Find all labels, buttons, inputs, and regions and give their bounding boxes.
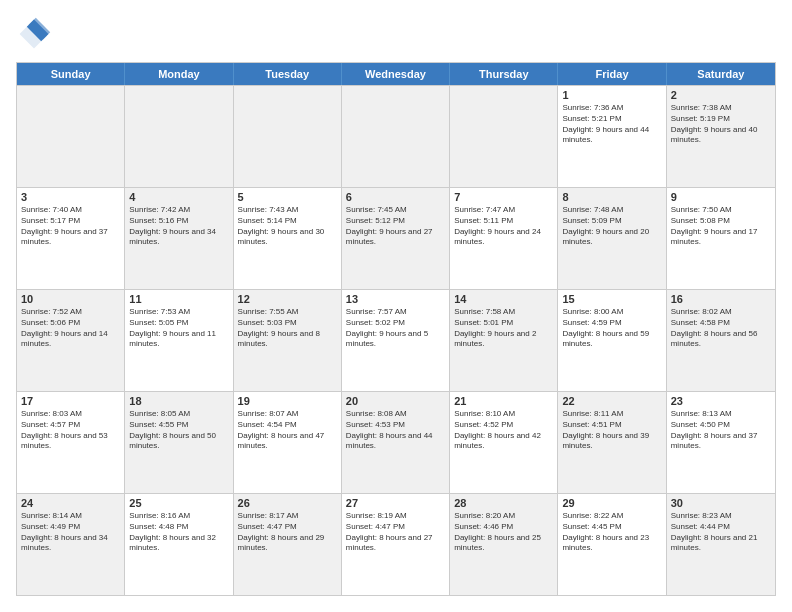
calendar-row-1: 3Sunrise: 7:40 AM Sunset: 5:17 PM Daylig…: [17, 187, 775, 289]
day-info: Sunrise: 7:53 AM Sunset: 5:05 PM Dayligh…: [129, 307, 228, 350]
day-number: 21: [454, 395, 553, 407]
calendar-day-27: 27Sunrise: 8:19 AM Sunset: 4:47 PM Dayli…: [342, 494, 450, 595]
day-number: 19: [238, 395, 337, 407]
day-number: 9: [671, 191, 771, 203]
day-info: Sunrise: 7:36 AM Sunset: 5:21 PM Dayligh…: [562, 103, 661, 146]
calendar-row-4: 24Sunrise: 8:14 AM Sunset: 4:49 PM Dayli…: [17, 493, 775, 595]
day-info: Sunrise: 8:16 AM Sunset: 4:48 PM Dayligh…: [129, 511, 228, 554]
day-info: Sunrise: 7:58 AM Sunset: 5:01 PM Dayligh…: [454, 307, 553, 350]
calendar-day-7: 7Sunrise: 7:47 AM Sunset: 5:11 PM Daylig…: [450, 188, 558, 289]
calendar-empty-cell: [234, 86, 342, 187]
day-info: Sunrise: 8:19 AM Sunset: 4:47 PM Dayligh…: [346, 511, 445, 554]
calendar-day-16: 16Sunrise: 8:02 AM Sunset: 4:58 PM Dayli…: [667, 290, 775, 391]
calendar-day-22: 22Sunrise: 8:11 AM Sunset: 4:51 PM Dayli…: [558, 392, 666, 493]
day-info: Sunrise: 8:13 AM Sunset: 4:50 PM Dayligh…: [671, 409, 771, 452]
day-number: 2: [671, 89, 771, 101]
calendar-day-8: 8Sunrise: 7:48 AM Sunset: 5:09 PM Daylig…: [558, 188, 666, 289]
logo-icon: [16, 16, 52, 52]
day-number: 17: [21, 395, 120, 407]
header: [16, 16, 776, 52]
day-number: 14: [454, 293, 553, 305]
calendar-day-19: 19Sunrise: 8:07 AM Sunset: 4:54 PM Dayli…: [234, 392, 342, 493]
day-number: 13: [346, 293, 445, 305]
day-number: 30: [671, 497, 771, 509]
day-info: Sunrise: 8:17 AM Sunset: 4:47 PM Dayligh…: [238, 511, 337, 554]
day-number: 10: [21, 293, 120, 305]
day-number: 26: [238, 497, 337, 509]
day-number: 25: [129, 497, 228, 509]
weekday-header-tuesday: Tuesday: [234, 63, 342, 85]
calendar: SundayMondayTuesdayWednesdayThursdayFrid…: [16, 62, 776, 596]
calendar-day-21: 21Sunrise: 8:10 AM Sunset: 4:52 PM Dayli…: [450, 392, 558, 493]
day-number: 16: [671, 293, 771, 305]
calendar-day-4: 4Sunrise: 7:42 AM Sunset: 5:16 PM Daylig…: [125, 188, 233, 289]
day-number: 7: [454, 191, 553, 203]
calendar-empty-cell: [342, 86, 450, 187]
day-number: 22: [562, 395, 661, 407]
day-info: Sunrise: 8:00 AM Sunset: 4:59 PM Dayligh…: [562, 307, 661, 350]
weekday-header-saturday: Saturday: [667, 63, 775, 85]
calendar-body: 1Sunrise: 7:36 AM Sunset: 5:21 PM Daylig…: [17, 85, 775, 595]
day-number: 28: [454, 497, 553, 509]
calendar-day-9: 9Sunrise: 7:50 AM Sunset: 5:08 PM Daylig…: [667, 188, 775, 289]
calendar-header: SundayMondayTuesdayWednesdayThursdayFrid…: [17, 63, 775, 85]
calendar-day-3: 3Sunrise: 7:40 AM Sunset: 5:17 PM Daylig…: [17, 188, 125, 289]
calendar-day-1: 1Sunrise: 7:36 AM Sunset: 5:21 PM Daylig…: [558, 86, 666, 187]
weekday-header-friday: Friday: [558, 63, 666, 85]
calendar-day-10: 10Sunrise: 7:52 AM Sunset: 5:06 PM Dayli…: [17, 290, 125, 391]
day-info: Sunrise: 8:05 AM Sunset: 4:55 PM Dayligh…: [129, 409, 228, 452]
calendar-row-3: 17Sunrise: 8:03 AM Sunset: 4:57 PM Dayli…: [17, 391, 775, 493]
day-number: 4: [129, 191, 228, 203]
day-number: 24: [21, 497, 120, 509]
weekday-header-sunday: Sunday: [17, 63, 125, 85]
day-number: 15: [562, 293, 661, 305]
calendar-day-29: 29Sunrise: 8:22 AM Sunset: 4:45 PM Dayli…: [558, 494, 666, 595]
calendar-day-24: 24Sunrise: 8:14 AM Sunset: 4:49 PM Dayli…: [17, 494, 125, 595]
calendar-day-18: 18Sunrise: 8:05 AM Sunset: 4:55 PM Dayli…: [125, 392, 233, 493]
day-info: Sunrise: 7:52 AM Sunset: 5:06 PM Dayligh…: [21, 307, 120, 350]
day-number: 27: [346, 497, 445, 509]
day-info: Sunrise: 7:50 AM Sunset: 5:08 PM Dayligh…: [671, 205, 771, 248]
weekday-header-monday: Monday: [125, 63, 233, 85]
day-number: 8: [562, 191, 661, 203]
day-info: Sunrise: 8:03 AM Sunset: 4:57 PM Dayligh…: [21, 409, 120, 452]
day-info: Sunrise: 7:40 AM Sunset: 5:17 PM Dayligh…: [21, 205, 120, 248]
calendar-day-13: 13Sunrise: 7:57 AM Sunset: 5:02 PM Dayli…: [342, 290, 450, 391]
calendar-day-25: 25Sunrise: 8:16 AM Sunset: 4:48 PM Dayli…: [125, 494, 233, 595]
day-info: Sunrise: 7:57 AM Sunset: 5:02 PM Dayligh…: [346, 307, 445, 350]
day-number: 3: [21, 191, 120, 203]
logo: [16, 16, 56, 52]
calendar-day-2: 2Sunrise: 7:38 AM Sunset: 5:19 PM Daylig…: [667, 86, 775, 187]
calendar-day-20: 20Sunrise: 8:08 AM Sunset: 4:53 PM Dayli…: [342, 392, 450, 493]
day-info: Sunrise: 8:20 AM Sunset: 4:46 PM Dayligh…: [454, 511, 553, 554]
day-info: Sunrise: 8:10 AM Sunset: 4:52 PM Dayligh…: [454, 409, 553, 452]
day-number: 11: [129, 293, 228, 305]
calendar-day-14: 14Sunrise: 7:58 AM Sunset: 5:01 PM Dayli…: [450, 290, 558, 391]
day-number: 12: [238, 293, 337, 305]
calendar-day-12: 12Sunrise: 7:55 AM Sunset: 5:03 PM Dayli…: [234, 290, 342, 391]
day-info: Sunrise: 7:43 AM Sunset: 5:14 PM Dayligh…: [238, 205, 337, 248]
calendar-empty-cell: [450, 86, 558, 187]
page: SundayMondayTuesdayWednesdayThursdayFrid…: [0, 0, 792, 612]
day-info: Sunrise: 8:14 AM Sunset: 4:49 PM Dayligh…: [21, 511, 120, 554]
calendar-day-26: 26Sunrise: 8:17 AM Sunset: 4:47 PM Dayli…: [234, 494, 342, 595]
day-info: Sunrise: 7:47 AM Sunset: 5:11 PM Dayligh…: [454, 205, 553, 248]
day-number: 6: [346, 191, 445, 203]
day-number: 18: [129, 395, 228, 407]
day-number: 29: [562, 497, 661, 509]
calendar-empty-cell: [17, 86, 125, 187]
day-info: Sunrise: 8:23 AM Sunset: 4:44 PM Dayligh…: [671, 511, 771, 554]
calendar-empty-cell: [125, 86, 233, 187]
day-info: Sunrise: 8:07 AM Sunset: 4:54 PM Dayligh…: [238, 409, 337, 452]
calendar-day-28: 28Sunrise: 8:20 AM Sunset: 4:46 PM Dayli…: [450, 494, 558, 595]
day-number: 23: [671, 395, 771, 407]
calendar-row-2: 10Sunrise: 7:52 AM Sunset: 5:06 PM Dayli…: [17, 289, 775, 391]
day-info: Sunrise: 8:08 AM Sunset: 4:53 PM Dayligh…: [346, 409, 445, 452]
calendar-day-30: 30Sunrise: 8:23 AM Sunset: 4:44 PM Dayli…: [667, 494, 775, 595]
calendar-day-15: 15Sunrise: 8:00 AM Sunset: 4:59 PM Dayli…: [558, 290, 666, 391]
day-info: Sunrise: 7:38 AM Sunset: 5:19 PM Dayligh…: [671, 103, 771, 146]
calendar-day-23: 23Sunrise: 8:13 AM Sunset: 4:50 PM Dayli…: [667, 392, 775, 493]
day-info: Sunrise: 7:48 AM Sunset: 5:09 PM Dayligh…: [562, 205, 661, 248]
day-info: Sunrise: 8:02 AM Sunset: 4:58 PM Dayligh…: [671, 307, 771, 350]
day-number: 20: [346, 395, 445, 407]
